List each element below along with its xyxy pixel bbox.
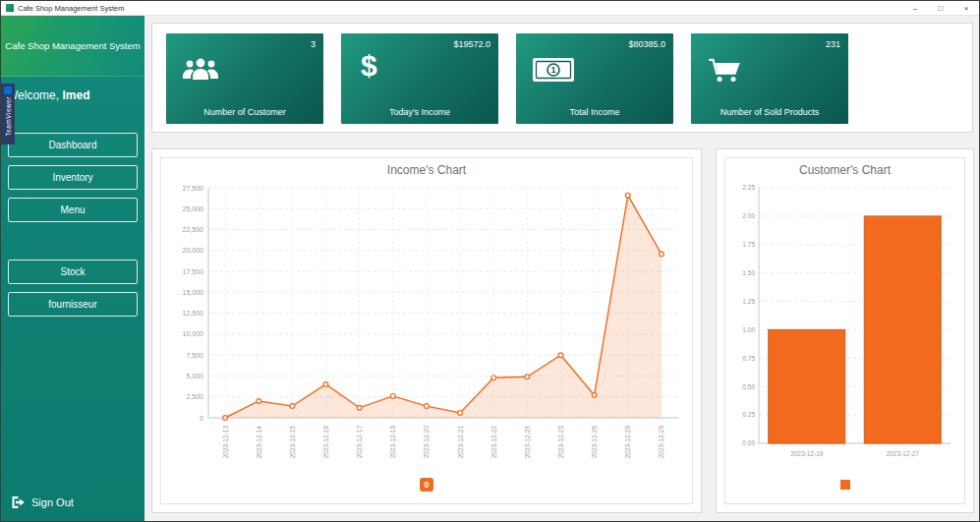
app-window: Cafe Shop Management System – □ × Cafe S…	[0, 0, 980, 522]
teamviewer-badge[interactable]: TeamViewer	[1, 84, 15, 145]
cart-icon	[707, 57, 742, 87]
income-chart-panel: Income's Chart 02,5005,0007,50010,00012,…	[151, 148, 702, 513]
svg-text:12,500: 12,500	[183, 310, 204, 317]
stat-card-customers: 3 Number of Customer	[166, 33, 323, 124]
svg-text:2023-12-15: 2023-12-15	[289, 426, 296, 459]
customer-chart-plot: 0.000.250.500.751.001.251.501.752.002.25…	[727, 180, 962, 473]
svg-text:1.50: 1.50	[742, 269, 755, 276]
stat-card-total-income: $80385.0 1 Total Income	[516, 33, 673, 124]
sidebar: Cafe Shop Management System Welcome, Ime…	[1, 16, 144, 521]
svg-text:2023-12-26: 2023-12-26	[591, 426, 598, 459]
app-icon	[6, 4, 14, 12]
todays-income-label: Today's Income	[341, 107, 498, 117]
sidebar-item-inventory[interactable]: Inventory	[8, 165, 138, 190]
svg-text:1.25: 1.25	[742, 298, 755, 305]
teamviewer-label: TeamViewer	[5, 96, 12, 137]
svg-text:2023-12-28: 2023-12-28	[624, 426, 631, 459]
svg-text:2023-12-19: 2023-12-19	[790, 450, 824, 457]
total-income-label: Total Income	[516, 107, 673, 117]
income-chart-title: Income's Chart	[387, 158, 466, 180]
svg-text:2023-12-17: 2023-12-17	[356, 426, 363, 459]
svg-text:1.00: 1.00	[742, 326, 755, 333]
svg-text:2023-12-14: 2023-12-14	[256, 426, 262, 459]
svg-text:2023-12-29: 2023-12-29	[658, 426, 664, 459]
svg-text:2,500: 2,500	[186, 393, 203, 400]
svg-text:2023-12-20: 2023-12-20	[423, 426, 430, 459]
stat-card-sold-products: 231 Number of Sold Products	[691, 33, 848, 124]
svg-text:2023-12-21: 2023-12-21	[457, 426, 464, 459]
svg-text:15,000: 15,000	[183, 289, 204, 296]
sign-out-label: Sign Out	[31, 496, 74, 508]
income-chart-box: Income's Chart 02,5005,0007,50010,00012,…	[160, 157, 693, 504]
svg-text:1: 1	[550, 65, 555, 75]
svg-text:20,000: 20,000	[183, 247, 204, 254]
customer-series-swatch	[840, 480, 850, 490]
sidebar-item-fournisseur[interactable]: fournisseur	[8, 292, 138, 317]
svg-text:0.75: 0.75	[742, 355, 755, 362]
sold-products-count: 231	[826, 39, 840, 49]
sidebar-app-title: Cafe Shop Management System	[1, 16, 144, 77]
welcome-prefix: Welcome,	[7, 88, 62, 102]
customer-chart-panel: Customer's Chart 0.000.250.500.751.001.2…	[716, 148, 974, 513]
svg-text:0.50: 0.50	[742, 383, 755, 390]
todays-income-value: $19572.0	[453, 39, 490, 49]
svg-text:2.25: 2.25	[742, 184, 755, 191]
svg-text:0.00: 0.00	[742, 439, 755, 446]
sidebar-item-dashboard[interactable]: Dashboard	[8, 133, 138, 157]
svg-text:17,500: 17,500	[183, 268, 204, 275]
close-button[interactable]: ×	[953, 1, 979, 15]
svg-text:2023-12-19: 2023-12-19	[389, 426, 396, 459]
teamviewer-icon	[4, 87, 12, 94]
sold-products-label: Number of Sold Products	[691, 107, 848, 117]
sign-out-icon	[11, 495, 26, 509]
svg-text:2023-12-25: 2023-12-25	[557, 426, 564, 459]
customer-chart-box: Customer's Chart 0.000.250.500.751.001.2…	[724, 157, 965, 504]
income-series-swatch: 0	[420, 478, 433, 492]
sidebar-item-stock[interactable]: Stock	[8, 260, 138, 284]
titlebar: Cafe Shop Management System – □ ×	[1, 1, 979, 16]
window-controls: – □ ×	[902, 1, 979, 15]
customers-icon	[182, 57, 219, 87]
svg-text:2023-12-13: 2023-12-13	[222, 426, 229, 459]
customer-chart-title: Customer's Chart	[799, 158, 891, 180]
customers-label: Number of Customer	[166, 107, 323, 117]
svg-text:2023-12-23: 2023-12-23	[524, 426, 531, 459]
svg-text:2023-12-27: 2023-12-27	[887, 450, 920, 457]
welcome-text: Welcome, Imed	[1, 77, 144, 102]
svg-text:25,000: 25,000	[183, 205, 204, 212]
welcome-name: Imed	[62, 88, 89, 102]
income-chart-legend: 0	[420, 473, 433, 496]
svg-text:22,500: 22,500	[183, 226, 204, 233]
svg-text:2.00: 2.00	[742, 212, 755, 219]
sidebar-item-menu[interactable]: Menu	[8, 198, 138, 222]
nav-gap	[1, 230, 144, 260]
svg-text:2023-12-22: 2023-12-22	[490, 426, 497, 459]
svg-text:7,500: 7,500	[186, 352, 203, 359]
customer-chart-legend	[840, 473, 850, 496]
svg-text:0.25: 0.25	[742, 411, 755, 418]
svg-text:5,000: 5,000	[186, 373, 203, 379]
svg-text:1.75: 1.75	[742, 241, 755, 248]
svg-text:2023-12-16: 2023-12-16	[322, 426, 329, 459]
banknote-icon: 1	[532, 57, 575, 87]
svg-text:10,000: 10,000	[183, 330, 204, 337]
sidebar-nav: Dashboard Inventory Menu Stock fournisse…	[1, 133, 144, 324]
svg-text:0: 0	[200, 415, 203, 422]
sign-out-button[interactable]: Sign Out	[1, 495, 144, 521]
window-title: Cafe Shop Management System	[18, 4, 902, 13]
minimize-button[interactable]: –	[902, 1, 928, 15]
customers-count: 3	[311, 39, 316, 49]
svg-text:27,500: 27,500	[183, 185, 204, 192]
total-income-value: $80385.0	[628, 39, 665, 49]
income-chart-plot: 02,5005,0007,50010,00012,50015,00017,500…	[163, 180, 690, 473]
stat-card-todays-income: $19572.0 $ Today's Income	[341, 33, 498, 124]
stats-panel: 3 Number of Customer $19572.0 $ T	[151, 23, 973, 133]
maximize-button[interactable]: □	[928, 1, 953, 15]
dollar-icon: $	[361, 51, 377, 81]
